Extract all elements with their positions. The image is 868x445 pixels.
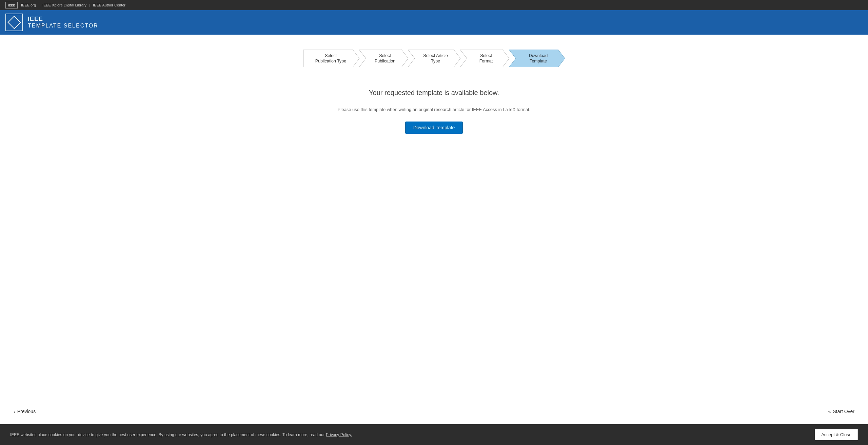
step-select-publication: SelectPublication: [359, 50, 408, 67]
content-area: Your requested template is available bel…: [14, 75, 854, 388]
page-header: IEEE TEMPLATE SELECTOR: [0, 10, 868, 35]
header-ieee-label: IEEE: [28, 16, 98, 23]
start-over-button[interactable]: « Start Over: [828, 409, 854, 414]
step-3-label: Select ArticleType: [414, 53, 454, 64]
main-heading: Your requested template is available bel…: [369, 89, 499, 97]
start-over-label: Start Over: [833, 409, 854, 414]
nav-ieee-org[interactable]: IEEE.org: [21, 3, 36, 7]
ieee-logo-icon: IEEE: [5, 2, 18, 8]
step-select-publication-type: SelectPublication Type: [303, 50, 359, 67]
progress-steps: SelectPublication Type SelectPublication…: [264, 50, 604, 67]
previous-label: Previous: [17, 409, 36, 414]
main-content: SelectPublication Type SelectPublication…: [0, 35, 868, 402]
ieee-logo-nav: IEEE: [5, 2, 18, 8]
nav-author-center[interactable]: IEEE Author Center: [93, 3, 125, 7]
top-navigation: IEEE IEEE.org | IEEE Xplore Digital Libr…: [0, 0, 868, 10]
chevron-left-icon: ‹: [14, 409, 15, 414]
cookie-text: IEEE websites place cookies on your devi…: [10, 432, 811, 437]
bottom-navigation: ‹ Previous « Start Over: [0, 402, 868, 424]
step-download-template: DownloadTemplate: [509, 50, 565, 67]
nav-sep-2: |: [89, 3, 90, 7]
step-5-label: DownloadTemplate: [519, 53, 555, 64]
ieee-logo-box: [5, 14, 23, 31]
double-chevron-left-icon: «: [828, 409, 831, 414]
step-1-label: SelectPublication Type: [310, 53, 353, 64]
previous-button[interactable]: ‹ Previous: [14, 409, 36, 414]
step-2-label: SelectPublication: [365, 53, 402, 64]
header-text: IEEE TEMPLATE SELECTOR: [28, 16, 98, 29]
sub-text: Please use this template when writing an…: [338, 107, 531, 112]
cookie-bar: IEEE websites place cookies on your devi…: [0, 424, 868, 445]
cookie-accept-button[interactable]: Accept & Close: [815, 429, 858, 440]
ieee-diamond-icon: [7, 16, 21, 29]
nav-xplore[interactable]: IEEE Xplore Digital Library: [42, 3, 86, 7]
svg-text:IEEE: IEEE: [8, 4, 15, 7]
step-4-label: SelectFormat: [470, 53, 500, 64]
header-title: TEMPLATE SELECTOR: [28, 23, 98, 29]
step-select-format: SelectFormat: [460, 50, 509, 67]
cookie-message: IEEE websites place cookies on your devi…: [10, 432, 326, 437]
download-template-button[interactable]: Download Template: [405, 122, 463, 134]
privacy-policy-link[interactable]: Privacy Policy.: [326, 432, 352, 437]
nav-sep-1: |: [39, 3, 40, 7]
step-select-article-type: Select ArticleType: [408, 50, 460, 67]
